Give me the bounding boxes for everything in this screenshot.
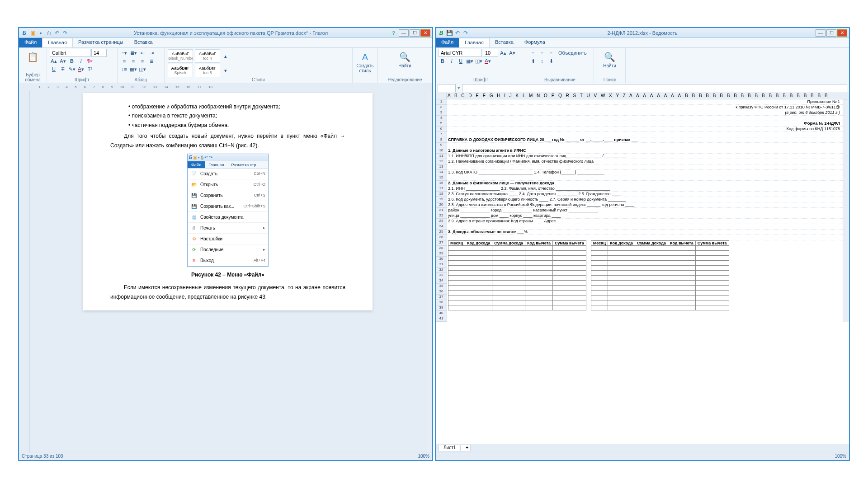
group-align: ≡ ≡ ≡ Объединить ⬆ ↕ ⬇ Выравнивание	[526, 48, 594, 83]
style-item[interactable]: АаБбВвГtoc 4	[195, 49, 220, 63]
align-center-icon[interactable]: ≡	[129, 57, 137, 65]
zoom-level[interactable]: 100%	[835, 454, 846, 459]
create-style-button[interactable]: AСоздать стиль	[355, 49, 375, 75]
menu-item-saveas: 💾Сохранить как...Ctrl+Shift+S	[188, 201, 268, 212]
embedded-tab-home: Главная	[205, 161, 227, 168]
highlight-icon[interactable]: ✎▾	[68, 65, 76, 73]
maximize-button[interactable]: ☐	[826, 29, 836, 37]
undo-icon[interactable]: ↶	[454, 29, 461, 37]
save-icon[interactable]: ▪	[37, 29, 44, 37]
tab-insert[interactable]: Вставка	[490, 38, 519, 47]
row-headers[interactable]: 1234567891011121314151617181920212223242…	[436, 99, 447, 322]
vertical-scrollbar[interactable]	[843, 99, 849, 322]
underline-button[interactable]: U	[457, 57, 465, 65]
vertical-ruler[interactable]	[19, 91, 30, 452]
print-icon: ⎙	[201, 154, 203, 161]
paragraph: Если имеются несохраненные изменения тек…	[110, 283, 345, 301]
tab-home[interactable]: Главная	[459, 38, 490, 47]
tab-home[interactable]: Главная	[42, 38, 73, 47]
tab-file[interactable]: Файл	[19, 38, 42, 47]
style-item[interactable]: АаБбВвГtoc 5	[195, 64, 220, 77]
align-right-icon[interactable]: ≡	[547, 49, 555, 57]
redo-icon[interactable]: ↷	[462, 29, 469, 37]
add-sheet-button[interactable]: +	[461, 445, 471, 451]
redo-icon[interactable]: ↷	[61, 29, 69, 37]
app-logo-icon: Б	[189, 154, 192, 161]
styles-scroll-up-icon[interactable]: ▴	[222, 52, 230, 60]
formula-bar[interactable]	[462, 84, 847, 92]
grow-font-icon[interactable]: A▴	[499, 49, 507, 57]
clear-format-icon[interactable]: ¶×	[86, 57, 94, 65]
folder-icon[interactable]: ▣	[29, 29, 36, 37]
align-middle-icon[interactable]: ↕	[538, 57, 546, 65]
outdent-icon[interactable]: ⇤	[138, 49, 146, 57]
menubar: Файл Главная Разметка страницы Вставка	[19, 38, 432, 48]
horizontal-ruler[interactable]: · · · 1 · · · 2 · · · 3 · · · 4 · · · 5 …	[19, 83, 432, 91]
paragraph: Для того чтобы создать новый документ, н…	[110, 131, 345, 150]
align-top-icon[interactable]: ⬆	[529, 57, 537, 65]
help-icon[interactable]: ?	[392, 30, 395, 36]
page[interactable]: • отображение и обработка изображений вн…	[83, 93, 373, 310]
minimize-button[interactable]: —	[816, 29, 826, 37]
menu-item-save: 💾СохранитьCtrl+S	[188, 190, 268, 201]
styles-scroll-down-icon[interactable]: ▾	[222, 66, 230, 75]
font-color-icon[interactable]: A▾	[77, 65, 85, 73]
undo-icon[interactable]: ↶	[53, 29, 61, 37]
align-right-icon[interactable]: ≡	[138, 57, 146, 65]
style-item[interactable]: АаБбВвГSpisok	[168, 64, 193, 77]
bold-button[interactable]: B	[68, 57, 76, 65]
menu-item-open: 📂ОткрытьCtrl+O	[188, 179, 268, 190]
maximize-button[interactable]: ☐	[410, 29, 420, 37]
tab-insert[interactable]: Вставка	[129, 38, 158, 47]
align-center-icon[interactable]: ≡	[538, 49, 546, 57]
shrink-font-icon[interactable]: A▾	[508, 49, 516, 57]
shrink-font-icon[interactable]: A▾	[59, 57, 67, 65]
save-icon[interactable]: 💾	[446, 29, 453, 37]
numbering-icon[interactable]: ≣▾	[129, 49, 137, 57]
style-item[interactable]: АаБбВвГSpisok_Number	[168, 49, 193, 63]
font-size-select[interactable]	[91, 49, 107, 57]
column-headers[interactable]: A B C D E F G H I J K L M N O P Q R S T …	[447, 93, 849, 99]
merge-button[interactable]: Объединить	[556, 49, 589, 57]
italic-button[interactable]: I	[448, 57, 456, 65]
align-justify-icon[interactable]: ≣	[147, 57, 156, 65]
minimize-button[interactable]: —	[399, 29, 409, 37]
align-left-icon[interactable]: ≡	[529, 49, 537, 57]
name-box[interactable]	[438, 84, 456, 92]
align-left-icon[interactable]: ≡	[120, 57, 128, 65]
find-button[interactable]: 🔍Найти	[381, 49, 429, 70]
font-name-select[interactable]	[439, 49, 482, 57]
paste-button[interactable]: 📋	[22, 49, 44, 65]
embedded-tab-layout: Разметка стр	[227, 161, 259, 168]
align-bottom-icon[interactable]: ⬇	[547, 57, 555, 65]
tab-file[interactable]: Файл	[436, 38, 459, 47]
find-button[interactable]: 🔍Найти	[597, 49, 623, 70]
zoom-level[interactable]: 100%	[418, 454, 429, 459]
tab-layout[interactable]: Разметка страницы	[73, 38, 129, 47]
indent-icon[interactable]: ⇥	[147, 49, 156, 57]
shading-icon[interactable]: ◫▾	[138, 65, 146, 73]
tab-formula[interactable]: Формула	[519, 38, 551, 47]
close-button[interactable]: ✕	[837, 29, 847, 37]
strike-button[interactable]: T	[59, 65, 67, 73]
group-paragraph: ≡▾ ≣▾ ⇤ ⇥ ≡ ≡ ≡ ≣ ↕≡ ▦▾ ◫▾ Абзац	[118, 48, 165, 83]
sheet-tab[interactable]: Лист1	[439, 445, 461, 451]
font-size-select[interactable]	[483, 49, 498, 57]
vertical-scrollbar[interactable]	[426, 91, 432, 452]
print-icon[interactable]: ⎙	[45, 29, 52, 37]
bold-button[interactable]: B	[439, 57, 447, 65]
italic-button[interactable]: I	[77, 57, 85, 65]
borders-icon[interactable]: ▦▾	[466, 57, 474, 65]
line-spacing-icon[interactable]: ↕≡	[120, 65, 128, 73]
fill-color-icon[interactable]: ◫▾	[475, 57, 483, 65]
close-button[interactable]: ✕	[420, 29, 430, 37]
cells-grid[interactable]: Приложение № 1 к приказу ФНС России от 1…	[447, 99, 843, 322]
font-color-icon[interactable]: A▾	[484, 57, 492, 65]
bullets-icon[interactable]: ≡▾	[120, 49, 128, 57]
font-name-select[interactable]	[50, 49, 90, 57]
redo-icon: ↷	[209, 154, 212, 161]
grow-font-icon[interactable]: A▴	[50, 57, 58, 65]
superscript-icon[interactable]: T²	[86, 65, 94, 73]
underline-button[interactable]: U	[50, 65, 58, 73]
borders-icon[interactable]: ▦▾	[129, 65, 137, 73]
